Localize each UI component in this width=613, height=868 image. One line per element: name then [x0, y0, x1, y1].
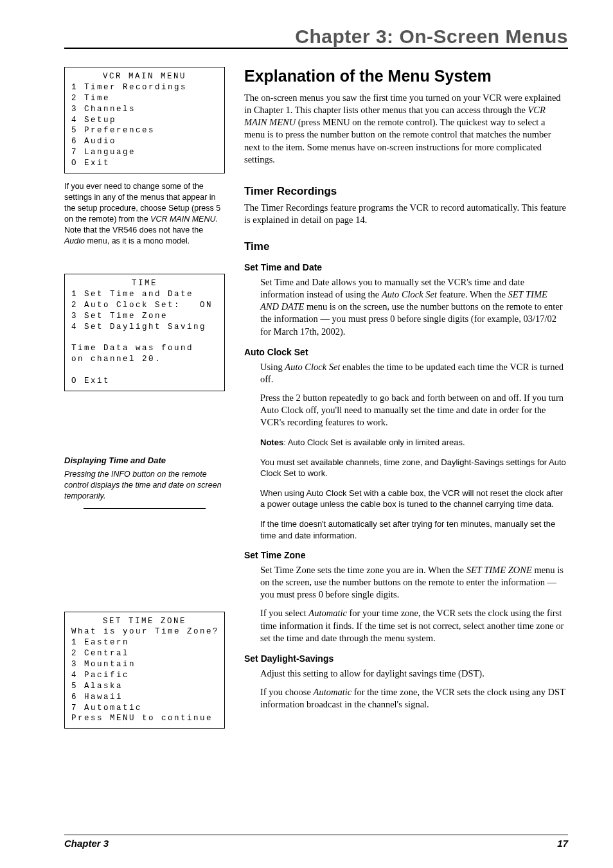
box1-line-4: 5 Preferences [71, 126, 155, 135]
box2b-1: on channel 20. [71, 355, 161, 364]
box3-2: 2 Central [71, 649, 129, 658]
box1-line-2: 3 Channels [71, 105, 136, 114]
p3-e: menu is on the screen, use the number bu… [260, 301, 563, 336]
p7-b: Automatic [308, 608, 347, 618]
set-time-zone-heading: Set Time Zone [244, 550, 568, 560]
box2a-2: 3 Set Time Zone [71, 312, 168, 321]
set-time-zone-box: SET TIME ZONEWhat is your Time Zone? 1 E… [64, 612, 225, 729]
page: Chapter 3: On-Screen Menus VCR MAIN MENU… [0, 0, 613, 868]
p3-b: Auto Clock Set [382, 289, 437, 299]
box1-line-1: 2 Time [71, 94, 110, 103]
side-note-1: If you ever need to change some of the s… [64, 181, 225, 246]
box2a-0: 1 Set Time and Date [71, 290, 193, 299]
footer-right: 17 [557, 838, 568, 849]
main-area: VCR MAIN MENU1 Timer Recordings 2 Time 3… [64, 67, 568, 735]
tip-body: Pressing the INFO button on the remote c… [64, 469, 225, 502]
box2c-0: O Exit [71, 376, 110, 385]
set-time-zone-para-1: Set Time Zone sets the time zone you are… [260, 564, 568, 601]
chapter-title: Chapter 3: On-Screen Menus [64, 26, 568, 48]
auto-clock-para-2: Press the 2 button repeatedly to go back… [260, 392, 568, 429]
box3-7: 7 Automatic [71, 704, 142, 713]
p6-b: SET TIME ZONE [466, 565, 532, 575]
p1-a: The on-screen menus you saw the first ti… [244, 93, 561, 115]
set-time-zone-para-2: If you select Automatic for your time zo… [260, 607, 568, 644]
box2-title: TIME [71, 278, 218, 289]
p9-a: If you choose [260, 687, 314, 697]
p7-a: If you select [260, 608, 308, 618]
note1-e: menu, as it is a mono model. [85, 236, 190, 245]
box3-8: Press MENU to continue [71, 714, 213, 723]
notes-a: Notes: Auto Clock Set is available only … [260, 437, 568, 448]
time-heading: Time [244, 240, 568, 253]
box2b-0: Time Data was found [71, 344, 193, 353]
footer: Chapter 3 17 [64, 835, 568, 849]
box1-title: VCR MAIN MENU [71, 71, 218, 82]
right-column: Explanation of the Menu System The on-sc… [244, 67, 568, 735]
box3-title: SET TIME ZONE [71, 616, 218, 627]
p6-a: Set Time Zone sets the time zone you are… [260, 565, 466, 575]
p4-a: Using [260, 362, 285, 372]
set-dst-heading: Set Daylight-Savings [244, 653, 568, 664]
box3-5: 5 Alaska [71, 682, 123, 691]
set-time-date-heading: Set Time and Date [244, 262, 568, 272]
box1-line-0: 1 Timer Recordings [71, 83, 187, 92]
auto-clock-para-1: Using Auto Clock Set enables the time to… [260, 361, 568, 385]
box3-4: 4 Pacific [71, 671, 129, 680]
notes-label: Notes [260, 438, 283, 447]
box3-3: 3 Mountain [71, 660, 136, 669]
note1-b: VCR MAIN MENU [150, 215, 215, 224]
set-dst-para-2: If you choose Automatic for the time zon… [260, 686, 568, 711]
left-column: VCR MAIN MENU1 Timer Recordings 2 Time 3… [64, 67, 225, 735]
notes-c: When using Auto Clock Set with a cable b… [260, 488, 568, 510]
p4-b: Auto Clock Set [285, 362, 340, 372]
footer-left: Chapter 3 [64, 838, 109, 849]
box1-line-7: O Exit [71, 159, 110, 168]
box1-line-5: 6 Audio [71, 137, 116, 146]
note-a-text: : Auto Clock Set is available only in li… [283, 438, 465, 447]
timer-recordings-para: The Timer Recordings feature programs th… [244, 202, 568, 226]
note1-d: Audio [64, 236, 85, 245]
vcr-main-menu-box: VCR MAIN MENU1 Timer Recordings 2 Time 3… [64, 67, 225, 173]
box3-6: 6 Hawaii [71, 693, 123, 702]
auto-clock-set-heading: Auto Clock Set [244, 347, 568, 357]
box2a-3: 4 Set Daylight Saving [71, 323, 206, 332]
box2a-1: 2 Auto Clock Set: ON [71, 301, 213, 310]
set-dst-para-1: Adjust this setting to allow for dayligh… [260, 668, 568, 680]
p3-c: feature. When the [437, 289, 508, 299]
chapter-rule [64, 48, 568, 49]
box1-line-6: 7 Language [71, 148, 136, 157]
box1-line-3: 4 Setup [71, 116, 116, 125]
time-menu-box: TIME1 Set Time and Date 2 Auto Clock Set… [64, 274, 225, 391]
box3-1: 1 Eastern [71, 638, 129, 647]
main-heading: Explanation of the Menu System [244, 67, 568, 85]
p9-b: Automatic [314, 687, 352, 697]
set-time-date-para: Set Time and Date allows you to manually… [260, 276, 568, 338]
timer-recordings-heading: Timer Recordings [244, 185, 568, 198]
notes-d: If the time doesn't automatically set af… [260, 518, 568, 541]
box3-0: What is your Time Zone? [71, 627, 219, 636]
notes-b: You must set available channels, time zo… [260, 457, 568, 479]
intro-para: The on-screen menus you saw the first ti… [244, 92, 568, 166]
tip-heading: Displaying Time and Date [64, 456, 225, 465]
